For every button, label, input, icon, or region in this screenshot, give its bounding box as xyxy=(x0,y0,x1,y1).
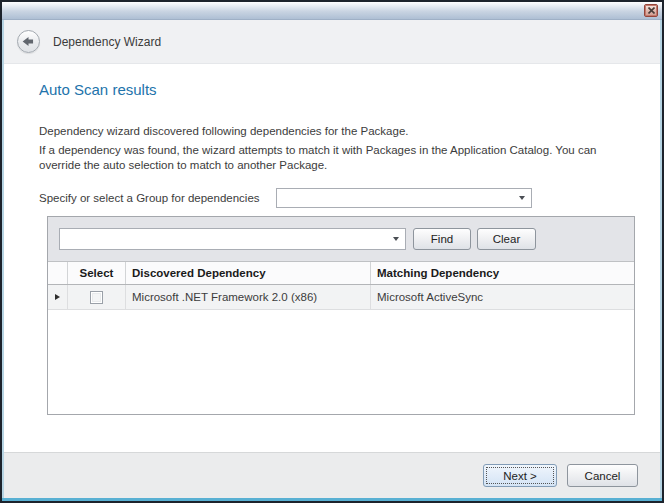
column-header-matching-dependency[interactable]: Matching Dependency xyxy=(371,262,634,284)
next-button[interactable]: Next > xyxy=(483,464,557,487)
matching-dependency-cell[interactable]: Microsoft ActiveSync xyxy=(371,285,634,309)
row-selector-cell[interactable] xyxy=(48,285,68,309)
page-title: Auto Scan results xyxy=(39,81,157,98)
close-x-icon xyxy=(648,7,655,14)
description-line-1: Dependency wizard discovered following d… xyxy=(39,124,641,139)
current-row-arrow-icon xyxy=(55,294,60,300)
wizard-header: Dependency Wizard xyxy=(2,20,662,64)
select-cell xyxy=(68,285,126,309)
column-header-discovered-dependency[interactable]: Discovered Dependency xyxy=(126,262,371,284)
window-accent-border-bottom xyxy=(2,498,662,501)
filter-combobox[interactable] xyxy=(59,228,406,250)
wizard-footer: Next > Cancel xyxy=(2,452,662,498)
grid-empty-area xyxy=(48,310,634,414)
group-selection-row: Specify or select a Group for dependenci… xyxy=(39,188,532,208)
select-checkbox[interactable] xyxy=(90,291,103,304)
find-toolbar: Find Clear xyxy=(59,228,536,250)
window-accent-border-right xyxy=(660,20,662,501)
close-button[interactable] xyxy=(644,4,658,17)
description-line-2: If a dependency was found, the wizard at… xyxy=(39,143,641,172)
window-titlebar xyxy=(2,2,662,20)
column-header-select[interactable]: Select xyxy=(68,262,126,284)
wizard-page-autoscan: Auto Scan results Dependency wizard disc… xyxy=(2,64,662,452)
table-row[interactable]: Microsoft .NET Framework 2.0 (x86) Micro… xyxy=(48,285,634,310)
row-selector-header-cell xyxy=(48,262,68,284)
cancel-button[interactable]: Cancel xyxy=(567,464,638,487)
back-arrow-icon xyxy=(22,35,35,48)
find-button[interactable]: Find xyxy=(413,228,471,250)
grid-header-row: Select Discovered Dependency Matching De… xyxy=(48,262,634,285)
clear-button[interactable]: Clear xyxy=(477,228,536,250)
group-label: Specify or select a Group for dependenci… xyxy=(39,192,276,204)
wizard-title: Dependency Wizard xyxy=(53,35,161,49)
dependency-grid: Select Discovered Dependency Matching De… xyxy=(48,261,634,414)
dependency-wizard-window: Dependency Wizard Auto Scan results Depe… xyxy=(0,0,664,503)
window-accent-border-left xyxy=(2,20,4,501)
discovered-dependency-cell[interactable]: Microsoft .NET Framework 2.0 (x86) xyxy=(126,285,371,309)
back-button[interactable] xyxy=(17,30,40,53)
group-combobox[interactable] xyxy=(276,188,532,208)
chevron-down-icon[interactable] xyxy=(519,196,525,200)
dependency-panel: Find Clear Select Discovered Dependency … xyxy=(47,216,635,415)
chevron-down-icon[interactable] xyxy=(393,237,399,241)
